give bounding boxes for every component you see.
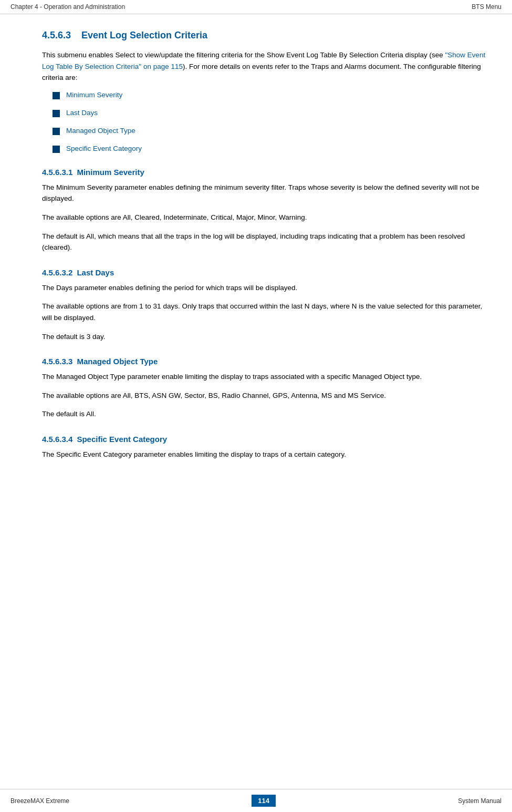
page-number: 114 [252, 795, 276, 807]
section-45633: 4.5.6.3.3 Managed Object Type The Manage… [42, 357, 491, 420]
section-45631-heading: 4.5.6.3.1 Minimum Severity [42, 168, 491, 177]
section-45632: 4.5.6.3.2 Last Days The Days parameter e… [42, 268, 491, 342]
bullet-item-min-severity: Minimum Severity [53, 91, 491, 99]
section-45633-p3: The default is All. [42, 408, 491, 420]
footer-manual: System Manual [458, 797, 501, 805]
bullet-icon-2 [53, 128, 60, 135]
section-45632-p1: The Days parameter enables defining the … [42, 282, 491, 294]
section-45634-heading: 4.5.6.3.4 Specific Event Category [42, 435, 491, 444]
page-footer: BreezeMAX Extreme 114 System Manual [0, 789, 512, 812]
main-content: 4.5.6.3 Event Log Selection Criteria Thi… [0, 14, 512, 517]
criteria-list: Minimum Severity Last Days Managed Objec… [53, 91, 491, 153]
section-45633-number: 4.5.6.3.3 [42, 357, 72, 366]
section-45633-p1: The Managed Object Type parameter enable… [42, 371, 491, 383]
header-left: Chapter 4 - Operation and Administration [11, 3, 125, 11]
section-4563-intro: This submenu enables Select to view/upda… [42, 49, 491, 84]
header-right: BTS Menu [472, 3, 501, 11]
bullet-label-0: Minimum Severity [66, 91, 122, 99]
section-45633-heading: 4.5.6.3.3 Managed Object Type [42, 357, 491, 366]
bullet-icon-3 [53, 146, 60, 153]
section-45632-number: 4.5.6.3.2 [42, 268, 72, 277]
section-45631-p1: The Minimum Severity parameter enables d… [42, 182, 491, 204]
bullet-item-last-days: Last Days [53, 109, 491, 117]
bullet-label-2: Managed Object Type [66, 127, 135, 135]
bullet-item-managed-object: Managed Object Type [53, 127, 491, 135]
bullet-icon-0 [53, 92, 60, 99]
bullet-icon-1 [53, 110, 60, 117]
section-45631-number: 4.5.6.3.1 [42, 168, 72, 177]
section-45631: 4.5.6.3.1 Minimum Severity The Minimum S… [42, 168, 491, 253]
section-45634-number: 4.5.6.3.4 [42, 435, 72, 444]
bullet-label-3: Specific Event Category [66, 145, 142, 152]
section-45631-title: Minimum Severity [77, 168, 144, 177]
section-45632-title: Last Days [77, 268, 114, 277]
section-45634-p1: The Specific Event Category parameter en… [42, 449, 491, 460]
section-45632-heading: 4.5.6.3.2 Last Days [42, 268, 491, 277]
section-45631-p2: The available options are All, Cleared, … [42, 212, 491, 223]
section-4563-title: 4.5.6.3 Event Log Selection Criteria [42, 30, 491, 41]
section-45632-p3: The default is 3 day. [42, 331, 491, 343]
section-45634: 4.5.6.3.4 Specific Event Category The Sp… [42, 435, 491, 460]
section-45633-title: Managed Object Type [77, 357, 158, 366]
bullet-label-1: Last Days [66, 109, 98, 117]
section-45631-p3: The default is All, which means that all… [42, 231, 491, 253]
section-45633-p2: The available options are All, BTS, ASN … [42, 390, 491, 402]
section-45632-p2: The available options are from 1 to 31 d… [42, 301, 491, 323]
section-4563-heading: Event Log Selection Criteria [81, 30, 207, 40]
section-45634-title: Specific Event Category [77, 435, 167, 444]
section-4563: 4.5.6.3 Event Log Selection Criteria Thi… [42, 30, 491, 153]
bullet-item-specific-event: Specific Event Category [53, 145, 491, 153]
page-header: Chapter 4 - Operation and Administration… [0, 0, 512, 14]
page-link[interactable]: "Show Event Log Table By Selection Crite… [42, 51, 485, 70]
footer-brand: BreezeMAX Extreme [11, 797, 69, 805]
section-4563-number: 4.5.6.3 [42, 30, 71, 40]
